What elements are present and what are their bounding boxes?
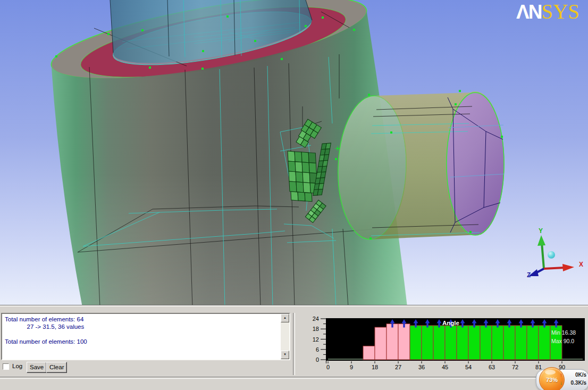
selection-arrow-stem [426, 323, 428, 328]
branch-cylinder [335, 92, 504, 240]
selection-arrow-stem [403, 323, 405, 328]
message-and-histogram-panel: Total number of elements: 64 27 -> 31.5,… [0, 312, 588, 390]
histogram-bar [363, 346, 375, 360]
triad-z-label: Z [527, 271, 531, 279]
histogram-bar [539, 326, 550, 360]
selection-arrow-stem [473, 323, 475, 328]
selection-arrow-stem [485, 323, 486, 328]
histogram-bar [410, 326, 422, 360]
message-log-output[interactable]: Total number of elements: 64 27 -> 31.5,… [1, 313, 290, 360]
log-scrollbar[interactable]: ▲ ▼ [281, 314, 289, 359]
x-tick-label: 0 [326, 364, 330, 370]
log-controls: Log Save Clear [0, 362, 290, 376]
x-tick-label: 18 [372, 364, 378, 370]
upload-speed: ↑0K/s [566, 372, 586, 378]
histogram-bar [398, 324, 410, 360]
x-tick-label: 45 [442, 364, 448, 370]
log-lines: Total number of elements: 64 27 -> 31.5,… [5, 316, 279, 358]
upload-arrow-icon: ↑ [560, 372, 562, 378]
clear-button[interactable]: Clear [46, 362, 67, 373]
log-checkbox-label: Log [12, 363, 22, 369]
histogram-bar [445, 326, 457, 360]
ansys-logo-an: ΛN [516, 1, 541, 23]
x-tick-label: 27 [395, 364, 401, 370]
y-tick-label: 24 [313, 316, 319, 322]
triad-x-label: X [579, 261, 583, 268]
viewport-bottom-divider [0, 305, 588, 312]
badge-percent: 73% [540, 368, 564, 390]
download-value: 0.3K/s [571, 380, 586, 386]
scroll-down-arrow-icon[interactable]: ▼ [281, 351, 289, 359]
x-tick-label: 72 [512, 364, 518, 370]
scene-3d: Y X Z [0, 0, 588, 305]
y-tick-label: 6 [316, 346, 319, 353]
selection-arrow-stem [543, 323, 545, 328]
y-tick-label: 18 [313, 326, 319, 332]
log-line: Total number of elements: 64 [5, 316, 279, 323]
download-speed: ↓0.3K/s [566, 380, 586, 386]
ansys-logo-sys: SYS [541, 0, 579, 23]
battery-percent-icon[interactable]: 73% [539, 367, 565, 390]
min-value-label: Min 16.38 [551, 329, 576, 336]
histogram-bar [422, 326, 433, 360]
application-window: Y X Z ΛNSYS Total number of elements: 64… [0, 0, 588, 390]
histogram-bar [457, 326, 468, 360]
ansys-logo: ΛNSYS [516, 1, 579, 22]
histogram-bar [480, 326, 492, 360]
y-tick-label: 0 [316, 356, 319, 363]
histogram-bar [375, 327, 387, 360]
selection-arrow-stem [461, 323, 463, 328]
selection-arrow-stem [415, 323, 416, 328]
x-tick-label: 54 [465, 364, 472, 370]
histogram-bar [492, 326, 503, 360]
histogram-bar [503, 326, 515, 360]
max-value-label: Max 90.0 [551, 338, 574, 344]
panel-vertical-divider [293, 313, 295, 375]
x-tick-label: 36 [418, 364, 425, 370]
save-button[interactable]: Save [27, 362, 47, 373]
upload-value: 0K/s [575, 372, 586, 378]
selection-arrow-stem [508, 323, 510, 328]
chart-title: Angle [442, 320, 459, 326]
log-line: Total number of elements: 100 [5, 338, 279, 345]
log-line [5, 330, 279, 338]
log-line: 27 -> 31.5, 36 values [5, 323, 279, 330]
triad-y-label: Y [539, 227, 543, 235]
y-tick-label: 12 [313, 336, 319, 343]
selection-arrow-stem [438, 323, 440, 328]
model-viewport[interactable]: Y X Z ΛNSYS [0, 0, 588, 305]
download-arrow-icon: ↓ [560, 380, 562, 386]
histogram-bar [515, 326, 527, 360]
histogram-bar [387, 324, 398, 360]
selection-arrow-stem [555, 323, 557, 328]
selection-arrow-stem [497, 323, 498, 328]
net-speed-widget[interactable]: 73% ↑0K/s ↓0.3K/s [536, 369, 588, 390]
selection-arrow-stem [532, 323, 533, 328]
scroll-up-arrow-icon[interactable]: ▲ [281, 314, 289, 322]
selection-arrow-stem [391, 323, 393, 328]
histogram-bar [433, 326, 445, 360]
x-tick-label: 63 [489, 364, 495, 370]
selection-arrow-stem [520, 323, 522, 328]
histogram-bar [468, 326, 480, 360]
x-tick-label: 9 [350, 364, 353, 370]
histogram-bar [527, 326, 539, 360]
log-checkbox[interactable] [3, 363, 9, 370]
